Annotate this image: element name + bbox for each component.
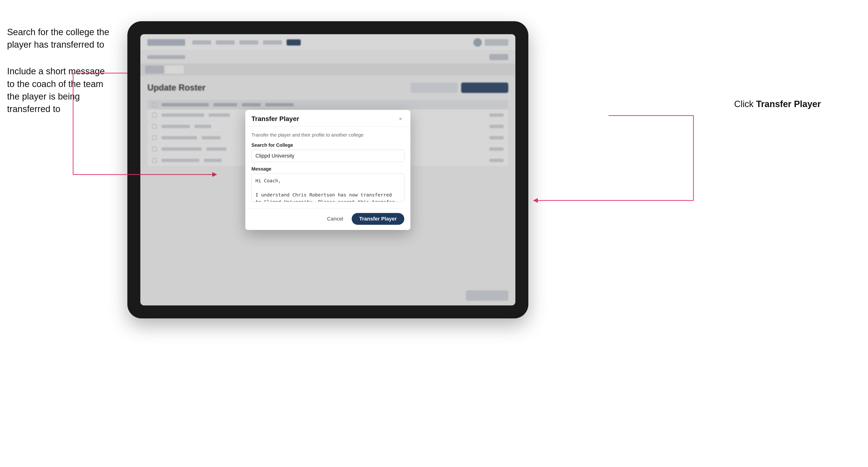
svg-marker-6 — [533, 198, 538, 203]
transfer-player-button[interactable]: Transfer Player — [352, 213, 404, 225]
transfer-player-modal: Transfer Player × Transfer the player an… — [245, 110, 410, 230]
modal-title: Transfer Player — [251, 115, 299, 123]
tablet-screen: Update Roster — [140, 34, 516, 305]
right-annotation: Click Transfer Player — [734, 99, 821, 109]
cancel-button[interactable]: Cancel — [322, 214, 348, 224]
annotation-block-2: Include a short message to the coach of … — [7, 65, 109, 115]
modal-header: Transfer Player × — [245, 110, 410, 127]
modal-body: Transfer the player and their profile to… — [245, 127, 410, 209]
message-textarea[interactable]: Hi Coach, I understand Chris Robertson h… — [251, 174, 404, 202]
annotation-click-prefix: Click — [734, 99, 756, 109]
college-search-input[interactable] — [251, 150, 404, 162]
tablet-frame: Update Roster — [127, 21, 528, 318]
annotation-text-1b: player has transferred to — [7, 40, 104, 50]
modal-close-button[interactable]: × — [397, 115, 404, 123]
modal-footer: Cancel Transfer Player — [245, 209, 410, 230]
annotation-text-1a: Search for the college the — [7, 27, 109, 37]
modal-description: Transfer the player and their profile to… — [251, 132, 404, 138]
annotation-text-2c: the player is being — [7, 92, 80, 101]
modal-overlay: Transfer Player × Transfer the player an… — [140, 34, 516, 305]
college-field-label: Search for College — [251, 143, 404, 148]
annotation-text-2b: to the coach of the team — [7, 79, 103, 89]
message-field-label: Message — [251, 166, 404, 172]
annotation-text-2a: Include a short message — [7, 66, 105, 76]
annotation-block-1: Search for the college the player has tr… — [7, 26, 109, 51]
left-annotations: Search for the college the player has tr… — [7, 26, 109, 115]
annotation-click-bold: Transfer Player — [756, 99, 821, 109]
annotation-text-2d: transferred to — [7, 104, 60, 114]
